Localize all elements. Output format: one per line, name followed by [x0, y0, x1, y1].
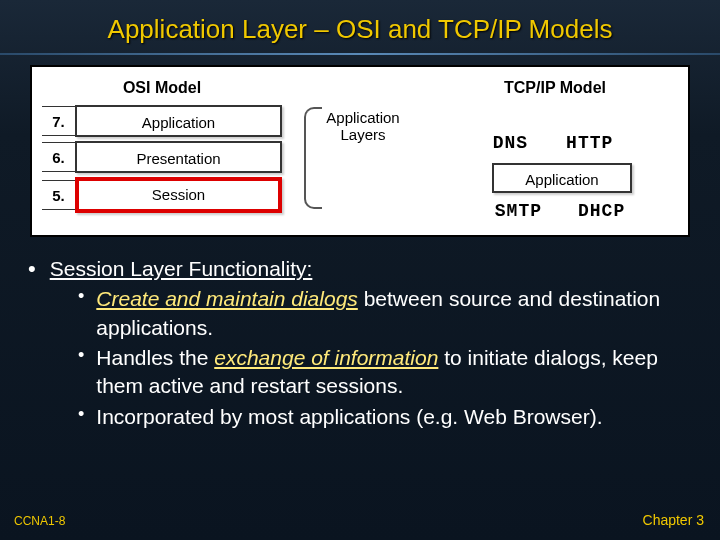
osi-header: OSI Model	[42, 75, 282, 105]
bullet-icon: •	[78, 285, 84, 342]
osi-row-5: 5. Session	[42, 177, 282, 213]
models-diagram: OSI Model 7. Application 6. Presentation…	[30, 65, 690, 237]
tcp-header: TCP/IP Model	[504, 75, 606, 105]
bullet-list: • Session Layer Functionality: • Create …	[26, 255, 694, 431]
footer-right: Chapter 3	[643, 512, 704, 528]
brace-icon	[304, 107, 322, 209]
slide-title: Application Layer – OSI and TCP/IP Model…	[0, 0, 720, 53]
bullet-item-3: • Incorporated by most applications (e.g…	[78, 403, 694, 431]
bullet-item-2: • Handles the exchange of information to…	[78, 344, 694, 401]
application-layers-label: ApplicationLayers	[326, 109, 399, 144]
proto-smtp: SMTP	[495, 201, 542, 221]
bullet-item-1: • Create and maintain dialogs between so…	[78, 285, 694, 342]
bullet-icon: •	[78, 403, 84, 431]
title-underline	[0, 53, 720, 55]
proto-http: HTTP	[566, 133, 613, 153]
tcp-layer-application: Application	[492, 163, 632, 193]
proto-dns: DNS	[493, 133, 528, 153]
osi-row-7: 7. Application	[42, 105, 282, 137]
bullet-icon: •	[28, 255, 36, 283]
proto-dhcp: DHCP	[578, 201, 625, 221]
osi-num-7: 7.	[42, 106, 76, 136]
osi-layer-session: Session	[75, 177, 282, 213]
osi-layer-application: Application	[75, 105, 282, 137]
bullet-heading: • Session Layer Functionality:	[26, 255, 694, 283]
osi-row-6: 6. Presentation	[42, 141, 282, 173]
osi-layer-presentation: Presentation	[75, 141, 282, 173]
osi-num-5: 5.	[42, 180, 76, 210]
bullet-icon: •	[78, 344, 84, 401]
footer-left: CCNA1-8	[14, 514, 65, 528]
osi-num-6: 6.	[42, 142, 76, 172]
